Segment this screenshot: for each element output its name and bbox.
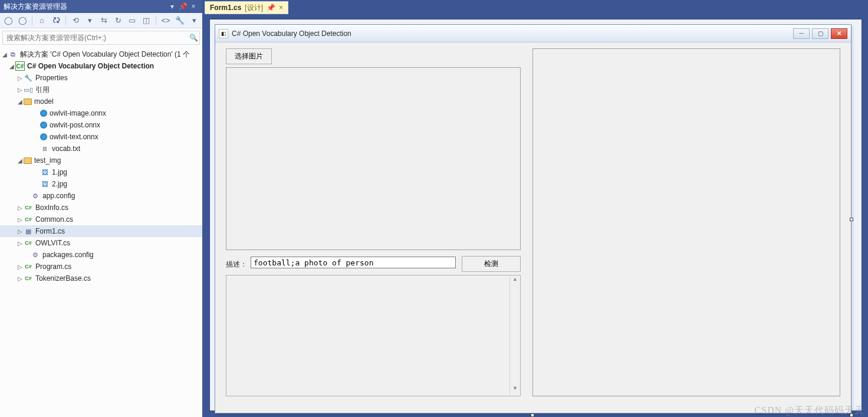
expand-icon[interactable]: ▷ [17, 275, 24, 282]
file-node[interactable]: ▷C#OWLVIT.cs [0, 237, 202, 249]
showall-icon[interactable]: ◫ [140, 15, 152, 27]
refresh-icon[interactable]: ↻ [112, 15, 124, 27]
expand-icon[interactable]: ▷ [17, 240, 24, 247]
solution-tree[interactable]: ◢ ⧉ 解决方案 'C# Open Vocabulary Object Dete… [0, 47, 202, 417]
dropdown-icon[interactable]: ▾ [84, 15, 96, 27]
expand-icon[interactable]: ▷ [17, 205, 24, 211]
solution-search[interactable]: 🔍 [2, 31, 200, 45]
file-label: vocab.txt [52, 145, 80, 153]
properties-icon[interactable]: 🔧 [174, 15, 186, 27]
file-node[interactable]: ▷C#BoxInfo.cs [0, 202, 202, 214]
file-node[interactable]: ▷C#TokenizerBase.cs [0, 272, 202, 284]
folder-icon [24, 98, 32, 105]
file-label: TokenizerBase.cs [35, 274, 91, 283]
minimize-button[interactable]: ─ [793, 28, 810, 39]
expand-icon[interactable]: ▷ [17, 75, 24, 81]
project-label: C# Open Vocabulary Object Detection [27, 62, 154, 70]
solution-node[interactable]: ◢ ⧉ 解决方案 'C# Open Vocabulary Object Dete… [0, 48, 202, 60]
collapse-icon[interactable]: ▭ [126, 15, 138, 27]
expand-icon[interactable]: ▷ [17, 87, 24, 93]
expand-icon[interactable]: ◢ [17, 157, 24, 164]
file-node-form1[interactable]: ▷▦Form1.cs [0, 225, 202, 237]
close-tab-icon[interactable]: × [279, 4, 283, 12]
pin-icon[interactable]: 📌 [267, 4, 275, 12]
expand-icon[interactable]: ◢ [8, 63, 15, 70]
expand-icon[interactable]: ▷ [17, 216, 24, 223]
panel-dropdown-icon[interactable]: ▾ [167, 2, 177, 11]
designer-surface[interactable]: ◧ C# Open Vocabulary Object Detection ─ … [209, 19, 862, 411]
tab-form1-design[interactable]: Form1.cs [设计] 📌 × [205, 1, 288, 14]
sync-icon[interactable]: 🗘 [50, 15, 62, 27]
file-node[interactable]: ▷C#Program.cs [0, 261, 202, 272]
config-file-icon: ⚙ [31, 191, 40, 201]
file-node[interactable]: ▷owlvit-post.onnx [0, 119, 202, 131]
config-file-icon: ⚙ [31, 250, 40, 260]
nav-icon[interactable]: ⇆ [98, 15, 110, 27]
form-titlebar: ◧ C# Open Vocabulary Object Detection ─ … [215, 25, 851, 42]
resize-handle[interactable] [850, 413, 853, 417]
tab-suffix: [设计] [245, 3, 263, 13]
folder-icon [24, 157, 32, 164]
forward-icon[interactable]: ◯ [17, 15, 28, 27]
detect-button[interactable]: 检测 [462, 256, 521, 272]
resize-handle[interactable] [531, 413, 534, 417]
references-icon: ▭▯ [24, 85, 33, 94]
file-node[interactable]: ▷🖼2.jpg [0, 178, 202, 190]
scroll-down-icon[interactable]: ▼ [510, 385, 520, 395]
file-label: packages.config [42, 251, 94, 259]
panel-close-icon[interactable]: × [188, 2, 199, 11]
scroll-up-icon[interactable]: ▲ [510, 276, 520, 286]
model-folder-node[interactable]: ◢ model [0, 96, 202, 107]
solution-explorer-toolbar: ◯ ◯ ⌂ 🗘 ⟲ ▾ ⇆ ↻ ▭ ◫ <> 🔧 ▾ [0, 13, 202, 28]
tab-filename: Form1.cs [210, 4, 241, 12]
history-icon[interactable]: ⟲ [70, 15, 81, 27]
references-node[interactable]: ▷ ▭▯ 引用 [0, 84, 202, 96]
viewcode-icon[interactable]: <> [160, 15, 172, 27]
file-node[interactable]: ▷🗎vocab.txt [0, 143, 202, 155]
close-button[interactable]: ✕ [831, 28, 847, 39]
solution-explorer-header: 解决方案资源管理器 ▾ 📌 × [0, 0, 202, 13]
onnx-icon [40, 133, 47, 140]
file-node[interactable]: ▷🖼1.jpg [0, 166, 202, 178]
output-textarea[interactable]: ▲ ▼ [226, 275, 521, 396]
select-image-button[interactable]: 选择图片 [226, 48, 272, 64]
description-input[interactable] [251, 257, 456, 268]
expand-icon[interactable]: ▷ [17, 228, 24, 235]
file-label: app.config [42, 192, 75, 200]
panel-title: 解决方案资源管理器 [4, 2, 167, 12]
winform-preview[interactable]: ◧ C# Open Vocabulary Object Detection ─ … [215, 24, 851, 413]
scrollbar[interactable]: ▲ ▼ [509, 276, 520, 395]
file-label: Program.cs [35, 262, 71, 271]
panel-pin-icon[interactable]: 📌 [177, 2, 188, 11]
search-input[interactable] [3, 32, 188, 43]
expand-icon[interactable]: ◢ [1, 51, 8, 58]
csharp-file-icon: C# [24, 238, 33, 248]
expand-icon[interactable]: ◢ [17, 98, 24, 105]
file-node[interactable]: ▷C#Common.cs [0, 214, 202, 225]
form-file-icon: ▦ [24, 226, 33, 236]
image-preview-panel[interactable] [226, 67, 521, 250]
expand-icon[interactable]: ▷ [17, 264, 24, 270]
search-icon[interactable]: 🔍 [188, 34, 199, 42]
project-node[interactable]: ◢ C# C# Open Vocabulary Object Detection [0, 60, 202, 72]
properties-label: Properties [35, 74, 68, 82]
file-label: 1.jpg [52, 168, 67, 176]
properties-node[interactable]: ▷ 🔧 Properties [0, 72, 202, 84]
dropdown2-icon[interactable]: ▾ [188, 15, 200, 27]
file-node[interactable]: ▷⚙app.config [0, 190, 202, 202]
references-label: 引用 [35, 85, 50, 95]
file-label: 2.jpg [52, 180, 67, 188]
file-label: BoxInfo.cs [35, 203, 68, 212]
result-panel[interactable] [532, 48, 840, 396]
file-label: Form1.cs [35, 227, 65, 235]
file-node[interactable]: ▷owlvit-image.onnx [0, 107, 202, 119]
maximize-button[interactable]: ▢ [812, 28, 828, 39]
resize-handle[interactable] [850, 218, 853, 221]
home-icon[interactable]: ⌂ [36, 15, 48, 27]
separator [32, 16, 32, 25]
file-node[interactable]: ▷owlvit-text.onnx [0, 131, 202, 143]
image-file-icon: 🖼 [40, 168, 50, 177]
file-node[interactable]: ▷⚙packages.config [0, 249, 202, 261]
testimg-folder-node[interactable]: ◢ test_img [0, 155, 202, 166]
back-icon[interactable]: ◯ [2, 15, 14, 27]
